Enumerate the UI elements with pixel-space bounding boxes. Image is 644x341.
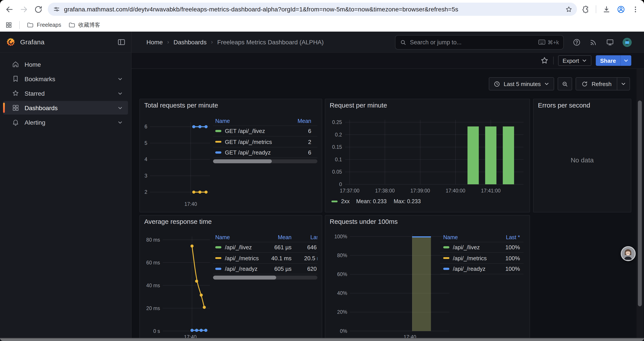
home-icon: [12, 61, 19, 68]
breadcrumb: Home › Dashboards › Freeleaps Metrics Da…: [132, 38, 324, 46]
panel-legend[interactable]: 2xx Mean: 0.233 Max: 0.233: [332, 198, 421, 204]
chevron-down-icon[interactable]: [118, 105, 123, 110]
extensions-icon[interactable]: [581, 5, 590, 14]
sidebar-item-label: Dashboards: [24, 104, 58, 111]
bookmark-star-icon[interactable]: [565, 6, 572, 13]
legend-series-name: 2xx: [341, 198, 350, 204]
horizontal-scrollbar[interactable]: [0, 338, 644, 341]
svg-text:2: 2: [144, 189, 147, 195]
legend-header-row: Name Mean Last *: [213, 233, 318, 242]
page-scrollbar-track[interactable]: [636, 64, 644, 338]
folder-icon: [27, 22, 34, 29]
sidebar-item-starred[interactable]: Starred: [3, 87, 128, 100]
grafana-logo-icon[interactable]: [6, 37, 16, 47]
page-scrollbar-thumb[interactable]: [638, 101, 642, 306]
svg-text:0.2: 0.2: [335, 132, 342, 138]
panel-total-requests[interactable]: Total requests per minute 6543217:40 Nam…: [140, 99, 322, 212]
actions-divider: [554, 57, 554, 65]
share-button[interactable]: Share: [596, 55, 631, 66]
sidebar-toggle-icon[interactable]: [117, 38, 126, 46]
floating-assistant-avatar[interactable]: [621, 246, 636, 261]
back-icon[interactable]: [5, 5, 14, 14]
download-icon[interactable]: [602, 5, 611, 14]
legend-row[interactable]: GET /api/_/metrics 2: [213, 137, 318, 147]
chevron-down-icon[interactable]: [118, 76, 123, 81]
series-color-dash: [215, 246, 222, 248]
legend-header-name[interactable]: Name: [440, 234, 493, 240]
series-color-dash: [215, 268, 222, 270]
legend-row[interactable]: GET /api/_/livez 6: [213, 126, 318, 137]
series-color-dash: [215, 257, 222, 259]
kiosk-monitor-icon[interactable]: [606, 38, 614, 46]
sidebar-item-home[interactable]: Home: [3, 58, 128, 71]
url-text[interactable]: grafana.mathmast.com/d/deytv4rwavabkb/fr…: [64, 6, 565, 13]
search-input[interactable]: Search or jump to... ⌘+k: [395, 35, 564, 49]
legend-scrollbar[interactable]: [213, 159, 318, 163]
legend-header-last[interactable]: Last *: [292, 234, 318, 240]
chevron-down-icon[interactable]: [118, 120, 123, 125]
breadcrumb-dashboards[interactable]: Dashboards: [174, 38, 206, 46]
svg-text:17:37:00: 17:37:00: [340, 188, 360, 194]
browser-menu-icon[interactable]: [631, 5, 640, 14]
series-color-dash: [443, 268, 449, 270]
svg-text:0.05: 0.05: [332, 169, 342, 175]
legend-header-last[interactable]: Last *: [493, 234, 524, 240]
share-menu-button[interactable]: [620, 55, 631, 66]
url-bar[interactable]: grafana.mathmast.com/d/deytv4rwavabkb/fr…: [48, 3, 577, 16]
refresh-button[interactable]: Refresh: [576, 78, 617, 90]
chevron-down-icon[interactable]: [118, 91, 123, 96]
svg-text:0.25: 0.25: [332, 119, 342, 125]
legend-header-mean[interactable]: Mean: [285, 118, 318, 124]
reload-icon[interactable]: [34, 5, 42, 14]
site-settings-icon[interactable]: [53, 6, 60, 13]
bookmark-label: 收藏博客: [78, 21, 100, 29]
search-icon: [400, 39, 406, 46]
bookmark-folder-freeleaps[interactable]: Freeleaps: [27, 22, 61, 29]
legend-scrollbar[interactable]: [213, 276, 318, 279]
bookmark-folder-blogs[interactable]: 收藏博客: [68, 21, 100, 29]
legend-row[interactable]: /api/_/metrics 100%: [440, 253, 524, 264]
apps-grid-icon[interactable]: [5, 22, 12, 29]
legend-row[interactable]: /api/_/livez 100%: [440, 242, 524, 253]
legend-header-name[interactable]: Name: [213, 118, 285, 124]
zoom-out-button[interactable]: [558, 77, 572, 90]
news-rss-icon[interactable]: [589, 38, 598, 46]
svg-text:17:39:00: 17:39:00: [410, 188, 430, 194]
panel-average-response-time[interactable]: Average response time 80 ms60 ms40 ms20 …: [140, 215, 322, 338]
sidebar-item-dashboards[interactable]: Dashboards: [3, 101, 128, 115]
legend-row[interactable]: /api/_/readyz 605 µs 620 µs: [213, 264, 318, 274]
refresh-icon: [582, 81, 588, 87]
panel-errors-per-second[interactable]: Errors per second No data: [533, 99, 631, 212]
keyboard-icon: [538, 40, 545, 45]
user-avatar[interactable]: [622, 38, 632, 47]
time-range-picker[interactable]: Last 5 minutes: [489, 77, 554, 90]
panel-request-per-minute[interactable]: Request per minute 0.250.20.150.10.05017…: [325, 99, 530, 212]
legend-header-mean[interactable]: Mean: [261, 234, 292, 240]
legend-mean: Mean: 0.233: [356, 198, 387, 204]
legend-scroll-thumb[interactable]: [213, 159, 272, 163]
grafana-brand-name: Grafana: [20, 38, 44, 46]
svg-text:0%: 0%: [340, 328, 347, 334]
legend-scroll-thumb[interactable]: [213, 276, 276, 279]
legend-row[interactable]: /api/_/readyz 100%: [440, 264, 524, 274]
sidebar-item-bookmarks[interactable]: Bookmarks: [3, 72, 128, 86]
legend-row[interactable]: /api/_/metrics 40.1 ms 20.5 ms: [213, 253, 318, 264]
no-data-message: No data: [534, 156, 631, 164]
forward-icon[interactable]: [20, 5, 28, 14]
legend-header-name[interactable]: Name: [213, 234, 261, 240]
export-button[interactable]: Export: [558, 55, 592, 66]
svg-text:0: 0: [339, 181, 342, 187]
browser-toolbar: grafana.mathmast.com/d/deytv4rwavabkb/fr…: [0, 0, 644, 19]
profile-icon[interactable]: [617, 5, 625, 14]
svg-text:40%: 40%: [337, 290, 347, 296]
breadcrumb-home[interactable]: Home: [146, 38, 163, 46]
sidebar-item-alerting[interactable]: Alerting: [3, 115, 128, 129]
favorite-star-icon[interactable]: [540, 56, 549, 65]
legend-row[interactable]: /api/_/livez 661 µs 646 µs: [213, 242, 318, 253]
panel-requests-under-100ms[interactable]: Requests under 100ms 100%80%60%40%20%0%1…: [325, 215, 530, 338]
refresh-interval-button[interactable]: [617, 78, 630, 90]
help-icon[interactable]: [572, 38, 581, 46]
panel-title[interactable]: Errors per second: [538, 101, 590, 109]
legend-row[interactable]: GET /api/_/readyz 6: [213, 147, 318, 158]
svg-text:0 s: 0 s: [153, 328, 160, 334]
